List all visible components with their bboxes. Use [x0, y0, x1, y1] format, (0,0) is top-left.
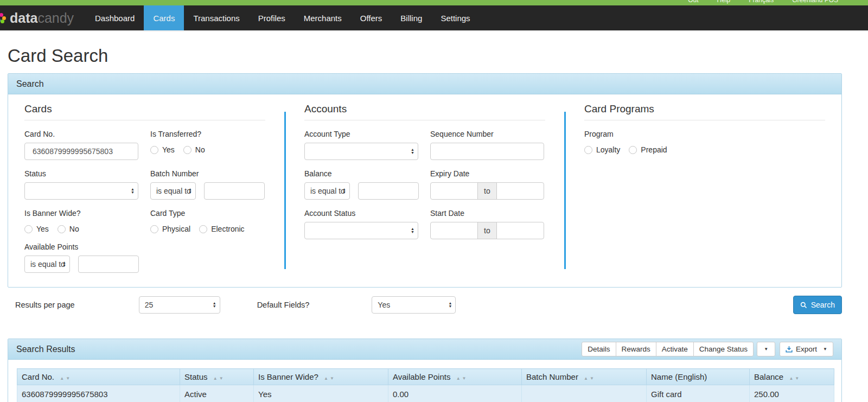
topbar-link-language[interactable]: Français	[749, 0, 774, 4]
radio-icon[interactable]	[150, 225, 158, 233]
nav-item-merchants[interactable]: Merchants	[295, 5, 351, 30]
export-button[interactable]: Export ▼	[780, 342, 833, 356]
is-banner-wide-yes-radio[interactable]: Yes	[24, 225, 49, 233]
radio-label: No	[195, 145, 205, 154]
topbar-link-help[interactable]: Help	[717, 0, 731, 4]
nav-item-offers[interactable]: Offers	[351, 5, 392, 30]
radio-icon[interactable]	[584, 146, 592, 154]
topbar-link-merchant[interactable]: Greenland POS	[792, 0, 838, 4]
column-header-is-banner-wide[interactable]: Is Banner Wide? ▲▼	[254, 369, 388, 385]
column-header-batch-number[interactable]: Batch Number ▲▼	[522, 369, 647, 385]
start-date-to-input[interactable]	[496, 222, 544, 239]
search-button[interactable]: Search	[793, 296, 842, 314]
balance-operator-select[interactable]: is equal to ▲▼	[304, 182, 350, 200]
status-select[interactable]: ▲▼	[24, 182, 138, 200]
results-panel-header: Search Results Details Rewards Activate …	[8, 339, 841, 360]
sort-asc-icon: ▲	[456, 376, 461, 381]
cell-status[interactable]: Active	[180, 385, 254, 402]
sort-icons[interactable]: ▲▼	[60, 376, 70, 381]
program-label: Program	[584, 130, 825, 138]
card-no-input[interactable]	[24, 143, 138, 160]
select-arrows-icon: ▲▼	[62, 261, 66, 267]
table-row[interactable]: 6360879999995675803 Active Yes 0.00 Gift…	[17, 385, 834, 402]
nav-item-cards[interactable]: Cards	[144, 5, 184, 30]
top-utility-bar: Out Help Français Greenland POS	[0, 0, 868, 5]
nav-item-profiles[interactable]: Profiles	[249, 5, 295, 30]
column-label: Is Banner Wide?	[258, 372, 318, 381]
sequence-number-input[interactable]	[430, 143, 544, 160]
sort-desc-icon: ▼	[795, 376, 799, 381]
is-transferred-yes-radio[interactable]: Yes	[150, 145, 175, 154]
details-button[interactable]: Details	[582, 342, 616, 356]
select-arrows-icon: ▲▼	[131, 188, 135, 194]
default-fields-select[interactable]: Yes ▲▼	[372, 296, 456, 314]
column-header-status[interactable]: Status ▲▼	[180, 369, 254, 385]
balance-operator-value: is equal to	[310, 187, 345, 195]
column-header-name-english[interactable]: Name (English)	[647, 369, 750, 385]
available-points-input[interactable]	[78, 256, 139, 273]
radio-label: Prepaid	[641, 145, 667, 154]
column-header-card-no[interactable]: Card No. ▲▼	[17, 369, 180, 385]
sort-icons[interactable]: ▲▼	[213, 376, 224, 381]
nav-item-billing[interactable]: Billing	[391, 5, 431, 30]
is-banner-wide-label: Is Banner Wide?	[24, 209, 150, 218]
sort-asc-icon: ▲	[324, 376, 328, 381]
expiry-date-from-input[interactable]	[430, 182, 478, 200]
account-type-label: Account Type	[304, 130, 430, 138]
cell-is-banner-wide[interactable]: Yes	[254, 385, 388, 402]
sort-asc-icon: ▲	[584, 376, 588, 381]
column-label: Batch Number	[526, 372, 578, 381]
column-header-balance[interactable]: Balance ▲▼	[750, 369, 834, 385]
results-per-page-select[interactable]: 25 ▲▼	[139, 296, 220, 314]
balance-input[interactable]	[358, 182, 419, 200]
sort-icons[interactable]: ▲▼	[584, 376, 594, 381]
nav-item-transactions[interactable]: Transactions	[184, 5, 248, 30]
change-status-button[interactable]: Change Status	[693, 342, 754, 356]
topbar-link-out[interactable]: Out	[688, 0, 698, 4]
sort-icons[interactable]: ▲▼	[456, 376, 467, 381]
account-status-select[interactable]: ▲▼	[304, 222, 418, 239]
is-transferred-no-radio[interactable]: No	[183, 145, 205, 154]
more-actions-dropdown-button[interactable]: ▼	[757, 342, 775, 356]
available-points-operator-select[interactable]: is equal to ▲▼	[24, 256, 70, 273]
default-fields-value: Yes	[378, 301, 390, 309]
batch-operator-select[interactable]: is equal to ▲▼	[150, 182, 196, 200]
radio-icon[interactable]	[150, 146, 158, 154]
logo-text: datacandy	[10, 10, 74, 26]
activate-button[interactable]: Activate	[656, 342, 694, 356]
nav-item-settings[interactable]: Settings	[431, 5, 479, 30]
sort-icons[interactable]: ▲▼	[789, 376, 799, 381]
sort-icons[interactable]: ▲▼	[324, 376, 334, 381]
select-arrows-icon: ▲▼	[448, 302, 452, 308]
start-date-from-input[interactable]	[430, 222, 478, 239]
datacandy-logo[interactable]: datacandy	[0, 5, 76, 30]
program-prepaid-radio[interactable]: Prepaid	[629, 145, 667, 154]
start-date-label: Start Date	[430, 209, 545, 218]
batch-number-input[interactable]	[204, 182, 265, 200]
cell-available-points[interactable]: 0.00	[388, 385, 522, 402]
cell-balance[interactable]: 250.00	[750, 385, 834, 402]
account-type-select[interactable]: ▲▼	[304, 143, 418, 160]
radio-icon[interactable]	[24, 225, 33, 233]
card-programs-section-heading: Card Programs	[584, 103, 825, 120]
program-loyalty-radio[interactable]: Loyalty	[584, 145, 620, 154]
radio-icon[interactable]	[58, 225, 66, 233]
card-type-physical-radio[interactable]: Physical	[150, 225, 190, 233]
cell-card-no[interactable]: 6360879999995675803	[17, 385, 180, 402]
accounts-section: Accounts Account Type ▲▼ Sequence Number	[304, 103, 545, 273]
column-header-available-points[interactable]: Available Points ▲▼	[388, 369, 522, 385]
cell-name-english[interactable]: Gift card	[647, 385, 750, 402]
balance-label: Balance	[304, 169, 430, 178]
radio-icon[interactable]	[183, 146, 192, 154]
nav-item-dashboard[interactable]: Dashboard	[86, 5, 144, 30]
cell-batch-number[interactable]	[522, 385, 647, 402]
is-banner-wide-no-radio[interactable]: No	[58, 225, 79, 233]
expiry-date-to-input[interactable]	[496, 182, 544, 200]
rewards-button[interactable]: Rewards	[616, 342, 656, 356]
sequence-number-label: Sequence Number	[430, 130, 545, 138]
radio-icon[interactable]	[199, 225, 207, 233]
card-type-electronic-radio[interactable]: Electronic	[199, 225, 244, 233]
radio-icon[interactable]	[629, 146, 637, 154]
sort-asc-icon: ▲	[213, 376, 218, 381]
results-panel-title: Search Results	[16, 344, 75, 354]
